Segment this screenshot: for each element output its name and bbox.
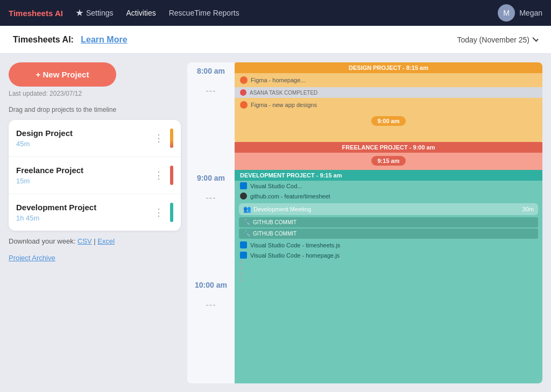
github-commit-badge-1: 🔧 GITHUB COMMIT (239, 217, 538, 227)
top-navigation: Timesheets AI Settings Activities Rescue… (0, 0, 551, 26)
gear-icon (76, 9, 83, 17)
design-project-block[interactable]: DESIGN PROJECT - 8:15 am Figma - homepag… (235, 62, 542, 142)
csv-link[interactable]: CSV (77, 237, 92, 245)
dashed-timeline-line (240, 260, 542, 282)
learn-more-link[interactable]: Learn More (81, 35, 127, 44)
time-column: 8:00 am --- 9:00 am --- 10:00 am --- (187, 62, 235, 383)
figma-row-2: Figma - new app designs (235, 98, 542, 112)
new-project-button[interactable]: + New Project (9, 62, 116, 87)
project-cards-list: Design Project 45m ⋮ Freelance Project 1… (9, 120, 181, 231)
time-slot-8am: 8:00 am --- (187, 62, 235, 169)
github-icon-1 (240, 193, 247, 199)
timeline-panel: 8:00 am --- 9:00 am --- 10:00 am --- DES… (187, 62, 542, 383)
freelance-time-badge: 9:15 am (371, 156, 406, 166)
date-selector[interactable]: Today (November 25) (457, 35, 538, 44)
drag-hint-label: Drag and drop projects to the timeline (9, 106, 181, 113)
vscode-row-top: Visual Studio Cod... (235, 181, 542, 191)
project-card-design[interactable]: Design Project 45m ⋮ (9, 120, 181, 157)
user-menu[interactable]: M Megan (498, 4, 542, 22)
time-slot-10am: 10:00 am --- (187, 276, 235, 383)
nav-rescuetime[interactable]: RescueTime Reports (169, 9, 239, 17)
download-links: Download your week: CSV | Excel (9, 237, 181, 245)
page-title: Timesheets AI: Learn More (13, 35, 128, 45)
project-archive-link[interactable]: Project Archive (9, 254, 181, 262)
project-card-dev[interactable]: Development Project 1h 45m ⋮ (9, 194, 181, 231)
dev-project-block[interactable]: DEVELOPMENT PROJECT - 9:15 am Visual Stu… (235, 170, 542, 383)
time-label-8am: 8:00 am (197, 67, 225, 75)
vscode-file-row-2: Visual Studio Code - homepage.js (235, 250, 542, 260)
project-time-dev: 1h 45m (16, 214, 152, 222)
excel-link[interactable]: Excel (97, 237, 115, 245)
github-commit-icon-1: 🔧 (243, 219, 251, 226)
chevron-down-icon (532, 35, 538, 41)
project-name-freelance: Freelance Project (16, 166, 152, 175)
github-row: github.com - feature/timesheet (235, 191, 542, 201)
vscode-icon-1 (240, 241, 247, 248)
main-content: + New Project Last updated: 2023/07/12 D… (0, 54, 551, 392)
project-card-freelance[interactable]: Freelance Project 15m ⋮ (9, 157, 181, 194)
left-panel: + New Project Last updated: 2023/07/12 D… (9, 62, 181, 383)
last-updated-label: Last updated: 2023/07/12 (9, 90, 181, 97)
asana-icon (240, 89, 246, 96)
figma-icon-2 (240, 101, 248, 109)
nav-settings[interactable]: Settings (76, 9, 114, 17)
figma-icon-1 (240, 76, 248, 84)
design-time-badge: 9:00 am (371, 116, 406, 126)
dev-meeting-badge: 👥 Development Meeting 30m (239, 203, 538, 215)
meeting-icon: 👥 (243, 205, 251, 213)
timeline-events: DESIGN PROJECT - 8:15 am Figma - homepag… (235, 62, 542, 383)
project-time-design: 45m (16, 140, 152, 148)
app-brand[interactable]: Timesheets AI (9, 9, 63, 18)
time-label-9am: 9:00 am (197, 174, 225, 182)
project-time-freelance: 15m (16, 177, 152, 185)
time-slot-9am: 9:00 am --- (187, 169, 235, 276)
project-name-design: Design Project (16, 129, 152, 138)
time-dots-2: --- (206, 193, 216, 203)
project-bar-design (170, 129, 173, 148)
project-menu-dev[interactable]: ⋮ (152, 204, 166, 220)
freelance-block-header: FREELANCE PROJECT - 9:00 am (235, 142, 542, 153)
project-menu-design[interactable]: ⋮ (152, 130, 166, 146)
github-commit-icon-2: 🔧 (243, 230, 251, 237)
asana-row: ASANA TASK COMPLETED (235, 87, 542, 98)
github-commit-badge-2: 🔧 GITHUB COMMIT (239, 229, 538, 239)
project-menu-freelance[interactable]: ⋮ (152, 167, 166, 183)
avatar: M (498, 4, 515, 22)
time-dots-1: --- (206, 86, 216, 96)
project-bar-dev (170, 203, 173, 222)
project-name-dev: Development Project (16, 203, 152, 212)
dev-block-header: DEVELOPMENT PROJECT - 9:15 am (235, 170, 542, 181)
time-dots-3: --- (206, 300, 216, 310)
nav-activities[interactable]: Activities (126, 9, 156, 17)
design-block-header: DESIGN PROJECT - 8:15 am (235, 62, 542, 73)
vscode-file-row-1: Visual Studio Code - timesheets.js (235, 240, 542, 250)
vscode-icon-top (240, 182, 247, 189)
vscode-icon-2 (240, 252, 247, 259)
header-bar: Timesheets AI: Learn More Today (Novembe… (0, 26, 551, 54)
figma-row-1: Figma - homepage... (235, 73, 542, 87)
project-bar-freelance (170, 166, 173, 185)
events-column: DESIGN PROJECT - 8:15 am Figma - homepag… (235, 62, 542, 383)
time-label-10am: 10:00 am (195, 281, 227, 289)
